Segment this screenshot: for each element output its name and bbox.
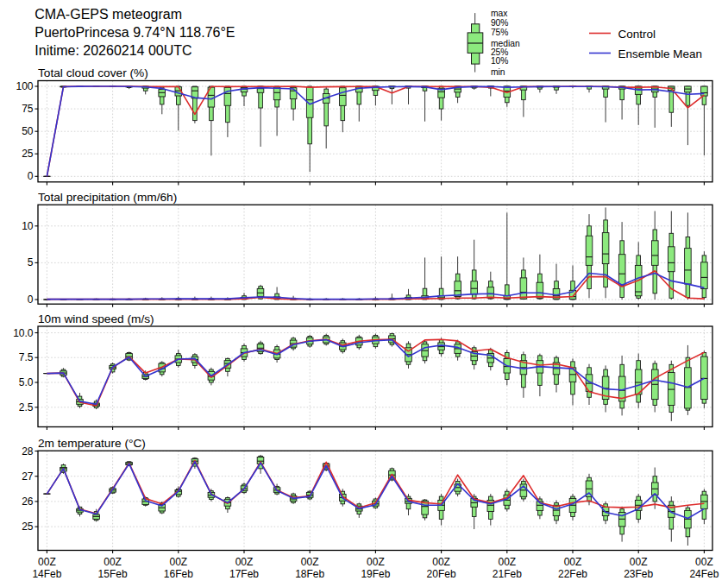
svg-text:00Z: 00Z (301, 556, 319, 568)
svg-text:00Z: 00Z (367, 556, 385, 568)
svg-text:Total cloud cover (%): Total cloud cover (%) (38, 66, 148, 79)
svg-text:00Z: 00Z (564, 556, 582, 568)
svg-text:7.5: 7.5 (19, 351, 34, 363)
svg-text:Control: Control (618, 28, 656, 41)
svg-text:CMA-GEPS meteogram: CMA-GEPS meteogram (35, 7, 182, 22)
svg-text:Ensemble Mean: Ensemble Mean (618, 47, 703, 60)
svg-text:5: 5 (28, 256, 34, 268)
svg-text:min: min (491, 67, 505, 77)
svg-text:10m wind speed (m/s): 10m wind speed (m/s) (38, 312, 154, 325)
svg-text:18Feb: 18Feb (295, 568, 324, 580)
svg-text:00Z: 00Z (38, 556, 56, 568)
svg-text:00Z: 00Z (498, 556, 516, 568)
svg-text:00Z: 00Z (695, 556, 713, 568)
svg-text:75%: 75% (491, 28, 509, 37)
svg-text:75: 75 (22, 103, 34, 115)
svg-text:10.0: 10.0 (13, 327, 34, 339)
svg-text:27: 27 (22, 470, 34, 483)
svg-text:17Feb: 17Feb (229, 568, 259, 580)
svg-text:10: 10 (22, 220, 34, 232)
svg-text:50: 50 (22, 125, 34, 137)
svg-text:median: median (491, 39, 520, 48)
svg-text:PuertoPrincesa 9.74°N 118.76°E: PuertoPrincesa 9.74°N 118.76°E (35, 25, 235, 40)
svg-text:2m temperature (°C): 2m temperature (°C) (38, 437, 146, 450)
svg-text:14Feb: 14Feb (32, 568, 61, 580)
svg-text:00Z: 00Z (104, 556, 122, 568)
svg-text:00Z: 00Z (630, 556, 648, 568)
svg-text:28: 28 (22, 445, 34, 458)
svg-text:23Feb: 23Feb (624, 568, 653, 580)
svg-text:22Feb: 22Feb (558, 568, 587, 580)
svg-text:Total precipitation (mm/6h): Total precipitation (mm/6h) (38, 191, 177, 204)
svg-text:00Z: 00Z (235, 556, 254, 568)
svg-text:19Feb: 19Feb (361, 568, 390, 580)
svg-text:26: 26 (22, 495, 34, 508)
svg-text:25: 25 (22, 521, 34, 533)
svg-text:00Z: 00Z (169, 556, 187, 568)
svg-text:00Z: 00Z (432, 556, 450, 568)
svg-text:16Feb: 16Feb (164, 568, 193, 580)
svg-text:max: max (491, 9, 508, 18)
svg-text:100: 100 (16, 80, 33, 92)
svg-text:20Feb: 20Feb (427, 568, 456, 580)
svg-text:0: 0 (28, 170, 34, 182)
svg-text:90%: 90% (491, 18, 509, 28)
svg-text:2.5: 2.5 (19, 401, 34, 413)
svg-text:25: 25 (22, 148, 34, 160)
svg-text:5.0: 5.0 (19, 376, 34, 388)
svg-text:0: 0 (28, 294, 34, 306)
svg-text:Initime: 20260214 00UTC: Initime: 20260214 00UTC (35, 43, 191, 58)
svg-text:24Feb: 24Feb (689, 568, 719, 580)
svg-text:15Feb: 15Feb (98, 568, 128, 580)
svg-text:10%: 10% (491, 56, 509, 66)
svg-text:21Feb: 21Feb (493, 568, 522, 580)
